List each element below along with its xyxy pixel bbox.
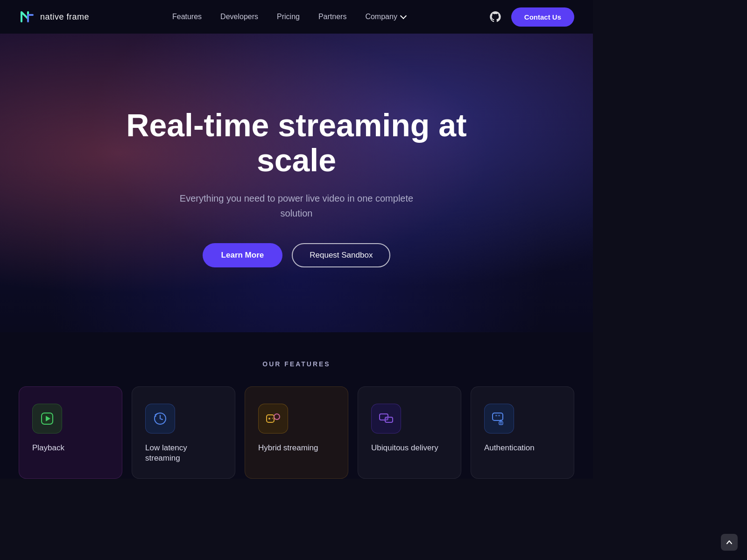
nav-company[interactable]: Company xyxy=(365,13,405,21)
feature-name-playback: Playback xyxy=(32,443,64,453)
feature-card-auth[interactable]: Authentication xyxy=(471,386,574,479)
feature-icon-wrap-hybrid xyxy=(258,404,288,434)
svg-point-4 xyxy=(274,414,280,420)
logo-text: native frame xyxy=(40,12,89,22)
request-sandbox-button[interactable]: Request Sandbox xyxy=(292,243,390,267)
clock-icon xyxy=(153,411,168,426)
nav-developers[interactable]: Developers xyxy=(220,13,258,21)
contact-button[interactable]: Contact Us xyxy=(511,7,574,27)
feature-name-hybrid: Hybrid streaming xyxy=(258,443,318,453)
hero-section: Real-time streaming at scale Everything … xyxy=(0,34,593,332)
feature-icon-wrap-delivery xyxy=(371,404,401,434)
feature-icon-wrap-low-latency xyxy=(145,404,175,434)
delivery-icon xyxy=(379,411,394,426)
chevron-down-icon xyxy=(400,13,407,19)
feature-card-hybrid[interactable]: Hybrid streaming xyxy=(245,386,348,479)
svg-point-5 xyxy=(268,418,270,420)
feature-card-playback[interactable]: Playback xyxy=(19,386,122,479)
features-label: OUR FEATURES xyxy=(19,360,574,368)
hero-buttons: Learn More Request Sandbox xyxy=(203,243,391,267)
auth-icon xyxy=(492,411,507,426)
svg-point-13 xyxy=(500,422,502,424)
feature-name-auth: Authentication xyxy=(484,443,535,453)
logo[interactable]: native frame xyxy=(19,8,89,25)
navbar: native frame Features Developers Pricing… xyxy=(0,0,593,34)
nav-pricing[interactable]: Pricing xyxy=(277,13,300,21)
feature-card-low-latency[interactable]: Low latency streaming xyxy=(132,386,235,479)
features-grid: Playback Low latency streaming xyxy=(19,386,574,479)
feature-icon-wrap-auth xyxy=(484,404,514,434)
svg-rect-8 xyxy=(386,418,388,420)
feature-name-low-latency: Low latency streaming xyxy=(145,443,222,463)
hybrid-icon xyxy=(266,411,281,426)
logo-icon xyxy=(19,8,35,25)
playback-icon xyxy=(40,411,55,426)
svg-rect-11 xyxy=(498,415,500,416)
nav-links: Features Developers Pricing Partners Com… xyxy=(172,13,406,21)
feature-card-delivery[interactable]: Ubiquitous delivery xyxy=(358,386,461,479)
navbar-actions: Contact Us xyxy=(489,7,574,27)
feature-icon-wrap-playback xyxy=(32,404,62,434)
svg-rect-7 xyxy=(385,417,393,422)
hero-title: Real-time streaming at scale xyxy=(110,108,483,178)
nav-partners[interactable]: Partners xyxy=(318,13,346,21)
feature-name-delivery: Ubiquitous delivery xyxy=(371,443,438,453)
nav-features[interactable]: Features xyxy=(172,13,202,21)
svg-rect-9 xyxy=(493,413,503,420)
svg-rect-10 xyxy=(495,415,497,416)
hero-subtitle: Everything you need to power live video … xyxy=(175,191,418,221)
github-icon[interactable] xyxy=(489,10,502,23)
features-section: OUR FEATURES Playback Low l xyxy=(0,332,593,479)
learn-more-button[interactable]: Learn More xyxy=(203,243,283,267)
